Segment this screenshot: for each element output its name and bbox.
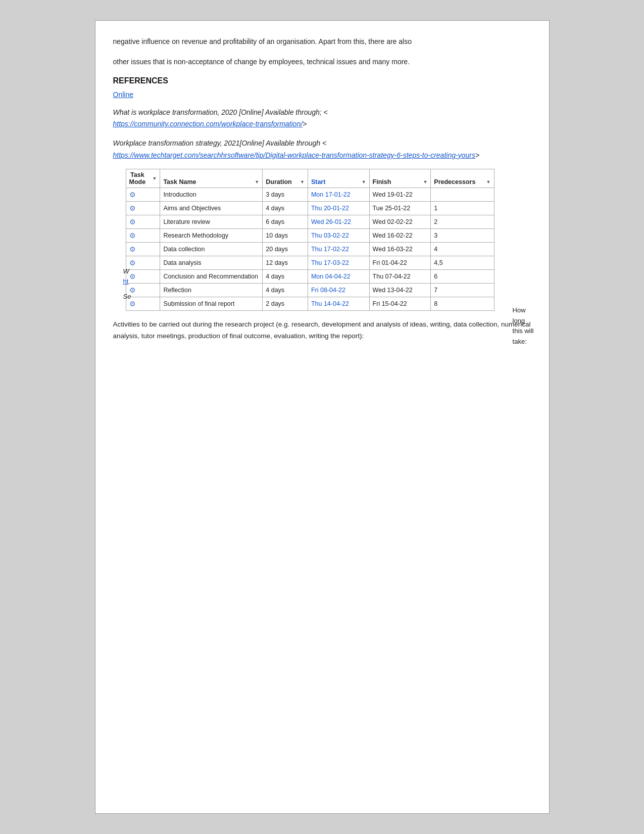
online-label: Online xyxy=(113,90,531,99)
finish-cell: Wed 02-02-22 xyxy=(369,215,431,228)
task-name-cell: Literature review xyxy=(160,215,263,228)
task-name-cell: Submission of final report xyxy=(160,297,263,310)
table-row: ⚙ Aims and Objectives 4 days Thu 20-01-2… xyxy=(126,201,494,215)
task-name-cell: Reflection xyxy=(160,283,263,297)
table-row: ⚙ Data analysis 12 days Thu 17-03-22 Fri… xyxy=(126,256,494,269)
predecessors-cell: 3 xyxy=(431,228,494,242)
table-section: W ht Se TaskMode ▼ Task Name ▼ xyxy=(126,169,531,311)
predecessors-dropdown-icon[interactable]: ▼ xyxy=(486,179,491,184)
task-mode-dropdown-icon[interactable]: ▼ xyxy=(152,176,157,181)
activities-text: Activities to be carried out during the … xyxy=(113,319,531,342)
duration-cell: 6 days xyxy=(263,215,308,228)
finish-cell: Wed 13-04-22 xyxy=(369,283,431,297)
table-row: ⚙ Literature review 6 days Wed 26-01-22 … xyxy=(126,215,494,228)
task-mode-icon: ⚙ xyxy=(129,300,136,308)
task-name-cell: Research Methodology xyxy=(160,228,263,242)
intro-line1: negative influence on revenue and profit… xyxy=(113,36,531,48)
table-row: ⚙ Research Methodology 10 days Thu 03-02… xyxy=(126,228,494,242)
finish-dropdown-icon[interactable]: ▼ xyxy=(423,179,427,184)
finish-cell: Thu 07-04-22 xyxy=(369,269,431,283)
annotation-line3: this will xyxy=(513,326,534,337)
duration-cell: 12 days xyxy=(263,256,308,269)
task-table: TaskMode ▼ Task Name ▼ Duration ▼ xyxy=(126,169,494,311)
annotation-line4: take: xyxy=(513,337,534,347)
predecessors-cell: 8 xyxy=(431,297,494,310)
task-mode-cell: ⚙ xyxy=(126,188,160,201)
predecessors-cell: 6 xyxy=(431,269,494,283)
table-row: ⚙ Submission of final report 2 days Thu … xyxy=(126,297,494,310)
predecessors-cell: 4,5 xyxy=(431,256,494,269)
task-name-cell: Aims and Objectives xyxy=(160,201,263,215)
task-name-cell: Introduction xyxy=(160,188,263,201)
task-mode-icon: ⚙ xyxy=(129,231,136,240)
finish-cell: Fri 15-04-22 xyxy=(369,297,431,310)
task-mode-cell: ⚙ xyxy=(126,256,160,269)
predecessors-cell: 1 xyxy=(431,201,494,215)
task-name-cell: Data analysis xyxy=(160,256,263,269)
start-cell: Thu 17-03-22 xyxy=(308,256,369,269)
task-name-cell: Data collection xyxy=(160,242,263,256)
predecessors-cell: 7 xyxy=(431,283,494,297)
duration-cell: 20 days xyxy=(263,242,308,256)
ref-entry-2: Workplace transformation strategy, 2021[… xyxy=(113,137,531,162)
duration-cell: 3 days xyxy=(263,188,308,201)
se-label: Se xyxy=(123,293,131,300)
task-mode-icon: ⚙ xyxy=(129,259,136,267)
duration-cell: 4 days xyxy=(263,269,308,283)
duration-dropdown-icon[interactable]: ▼ xyxy=(300,179,305,184)
task-mode-icon: ⚙ xyxy=(129,218,136,226)
table-row: ⚙ Data collection 20 days Thu 17-02-22 W… xyxy=(126,242,494,256)
w-label: W xyxy=(123,267,129,275)
task-mode-icon: ⚙ xyxy=(129,191,136,199)
duration-cell: 4 days xyxy=(263,283,308,297)
finish-cell: Wed 16-03-22 xyxy=(369,242,431,256)
col-header-start: Start ▼ xyxy=(308,169,369,188)
col-header-duration: Duration ▼ xyxy=(263,169,308,188)
ref-entry-1: What is workplace transformation, 2020 [… xyxy=(113,107,531,131)
task-mode-cell: ⚙ xyxy=(126,228,160,242)
ref1-link[interactable]: https://community.connection.com/workpla… xyxy=(113,120,303,128)
ht-label: ht xyxy=(123,277,129,285)
col-header-task-name: Task Name ▼ xyxy=(160,169,263,188)
start-dropdown-icon[interactable]: ▼ xyxy=(362,179,366,184)
col-header-finish: Finish ▼ xyxy=(369,169,431,188)
start-cell: Mon 17-01-22 xyxy=(308,188,369,201)
start-cell: Thu 14-04-22 xyxy=(308,297,369,310)
start-cell: Mon 04-04-22 xyxy=(308,269,369,283)
finish-cell: Tue 25-01-22 xyxy=(369,201,431,215)
finish-cell: Wed 16-02-22 xyxy=(369,228,431,242)
predecessors-cell: 4 xyxy=(431,242,494,256)
annotation-line1: How xyxy=(513,305,534,316)
predecessors-cell xyxy=(431,188,494,201)
task-mode-icon: ⚙ xyxy=(129,245,136,253)
duration-cell: 4 days xyxy=(263,201,308,215)
ref2-text1: Workplace transformation strategy, 2021 xyxy=(113,139,240,147)
duration-cell: 10 days xyxy=(263,228,308,242)
task-mode-cell: ⚙ xyxy=(126,269,160,283)
start-cell: Thu 03-02-22 xyxy=(308,228,369,242)
ref1-text: What is workplace transformation, 2020 [… xyxy=(113,108,328,116)
ref-entry-2-wrapper: Workplace transformation strategy, 2021[… xyxy=(113,137,531,162)
intro-line2: other issues that is non-acceptance of c… xyxy=(113,56,531,68)
right-annotation: How long this will take: xyxy=(513,305,534,347)
table-row: ⚙ Reflection 4 days Fri 08-04-22 Wed 13-… xyxy=(126,283,494,297)
predecessors-cell: 2 xyxy=(431,215,494,228)
col-header-task-mode: TaskMode ▼ xyxy=(126,169,160,188)
task-mode-icon: ⚙ xyxy=(129,204,136,212)
table-row: ⚙ Introduction 3 days Mon 17-01-22 Wed 1… xyxy=(126,188,494,201)
task-mode-cell: ⚙ xyxy=(126,242,160,256)
page: negative influence on revenue and profit… xyxy=(95,20,550,814)
start-cell: Thu 20-01-22 xyxy=(308,201,369,215)
task-mode-cell: ⚙ xyxy=(126,215,160,228)
table-row: ⚙ Conclusion and Recommendation 4 days M… xyxy=(126,269,494,283)
task-name-dropdown-icon[interactable]: ▼ xyxy=(255,179,259,184)
references-heading: REFERENCES xyxy=(113,76,531,85)
annotation-line2: long xyxy=(513,316,534,327)
start-cell: Fri 08-04-22 xyxy=(308,283,369,297)
ref2-link[interactable]: https://www.techtarget.com/searchhrsoftw… xyxy=(113,151,475,159)
ref2-text2: [Online] Available through < xyxy=(240,139,327,147)
finish-cell: Fri 01-04-22 xyxy=(369,256,431,269)
task-mode-icon: ⚙ xyxy=(129,272,136,281)
start-cell: Wed 26-01-22 xyxy=(308,215,369,228)
start-cell: Thu 17-02-22 xyxy=(308,242,369,256)
